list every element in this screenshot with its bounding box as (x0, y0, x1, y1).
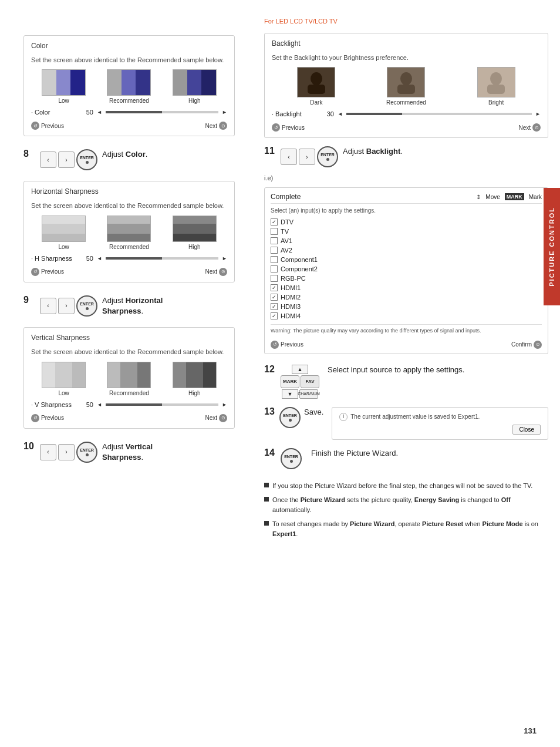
hsharp-rec-image: Recommended (107, 216, 151, 250)
color-previous-btn[interactable]: ↺ Previous (31, 122, 64, 130)
save-info-panel: i The current adjustment value is saved … (332, 407, 548, 440)
checkbox-hdmi2[interactable]: ✓ HDMI2 (271, 292, 542, 302)
page-number: 131 (524, 726, 537, 735)
complete-confirm-btn[interactable]: Confirm ⊙ (511, 341, 542, 349)
color-left-arrow: ◄ (97, 109, 102, 115)
color-high-image: High (173, 69, 217, 104)
checkbox-rgbpc-label: RGB-PC (281, 275, 306, 282)
hsharp-track-bar[interactable] (106, 257, 218, 260)
checkbox-component2-box (271, 265, 278, 272)
backlight-image-strip: Dark Recommended (272, 67, 541, 106)
backlight-rec-image: Recommended (386, 67, 426, 106)
hsharp-panel: Horizontal Sharpness Set the screen abov… (23, 181, 235, 282)
step-8-left-btn[interactable]: ‹ (40, 152, 56, 168)
step-11-right-btn[interactable]: › (299, 149, 315, 165)
step-12-row: 12 ▲ MARK FAV ▼ CHAR/NUM Select input so… (264, 365, 548, 399)
hsharp-high-img-box (173, 216, 217, 242)
vsharp-previous-btn[interactable]: ↺ Previous (31, 414, 64, 422)
save-close-btn[interactable]: Close (512, 425, 541, 435)
checkbox-dtv-box: ✓ (271, 218, 278, 226)
backlight-bright-label: Bright (488, 99, 504, 106)
vsharp-previous-icon: ↺ (31, 414, 39, 422)
color-right-arrow: ► (222, 109, 227, 115)
backlight-dark-img-box (297, 67, 335, 97)
step-8-enter-btn[interactable]: ENTER (76, 149, 97, 170)
step-12-down-btn[interactable]: ▼ (282, 389, 298, 399)
checkbox-component1[interactable]: Component1 (271, 255, 542, 264)
vsharp-next-btn[interactable]: Next ⊙ (205, 414, 227, 422)
step-13-enter-btn[interactable]: ENTER (279, 407, 301, 428)
step-12-mark-btn[interactable]: MARK (281, 375, 299, 388)
step-12-fav-btn[interactable]: FAV (301, 375, 319, 388)
backlight-dark-label: Dark (310, 99, 322, 106)
step-11-text: Adjust Backlight. (343, 146, 403, 157)
notes-section: If you stop the Picture Wizard before th… (264, 481, 548, 544)
complete-nav-row: ↺ Previous Confirm ⊙ (271, 338, 542, 349)
step-8-enter-dot (86, 161, 89, 164)
checkbox-hdmi3[interactable]: ✓ HDMI3 (271, 302, 542, 311)
hsharp-slider-value: 50 (82, 255, 93, 262)
backlight-right-arrow: ► (535, 111, 541, 117)
step-14-enter-btn[interactable]: ENTER (281, 448, 302, 469)
checkbox-tv[interactable]: TV (271, 227, 542, 236)
color-low-image: Low (42, 69, 86, 104)
backlight-previous-btn[interactable]: ↺ Previous (272, 123, 305, 132)
checkbox-component1-label: Component1 (281, 256, 318, 263)
color-panel-title: Color (31, 42, 227, 52)
hsharp-next-label: Next (205, 268, 217, 275)
step-11-buttons: ‹ › ENTER (281, 146, 338, 167)
step-12-up-btn[interactable]: ▲ (292, 365, 308, 374)
step-10-text: Adjust VerticalSharpness. (102, 442, 153, 463)
step-10-right-btn[interactable]: › (58, 444, 75, 460)
step-9-right-btn[interactable]: › (58, 298, 75, 314)
color-next-btn[interactable]: Next ⊙ (205, 122, 227, 130)
info-icon: i (339, 413, 348, 421)
checkbox-tv-label: TV (281, 228, 289, 235)
step-11-left-btn[interactable]: ‹ (281, 149, 297, 165)
backlight-next-btn[interactable]: Next ⊙ (518, 123, 541, 132)
checkbox-hdmi2-label: HDMI2 (281, 294, 301, 301)
hsharp-high-image: High (173, 216, 217, 250)
step-9-left-btn[interactable]: ‹ (40, 298, 56, 314)
backlight-bright-img-box (477, 67, 515, 97)
step-10-left-btn[interactable]: ‹ (40, 444, 56, 460)
step-9-enter-btn[interactable]: ENTER (76, 295, 97, 317)
checkbox-av2[interactable]: AV2 (271, 245, 542, 255)
color-track-bar[interactable] (106, 111, 218, 113)
color-rec-label: Recommended (109, 97, 149, 104)
checkbox-component2[interactable]: Component2 (271, 264, 542, 274)
checkbox-dtv[interactable]: ✓ DTV (271, 217, 542, 227)
complete-confirm-label: Confirm (511, 341, 532, 348)
step-12-charnum-btn[interactable]: CHAR/NUM (299, 389, 318, 399)
backlight-dark-image: Dark (297, 67, 335, 106)
step-9-buttons: ‹ › ENTER (40, 295, 97, 317)
vsharp-low-img-box (42, 362, 86, 388)
hsharp-previous-btn[interactable]: ↺ Previous (31, 268, 64, 276)
led-label: For LED LCD TV/LCD TV (264, 18, 548, 25)
complete-previous-btn[interactable]: ↺ Previous (271, 341, 303, 349)
step-10-enter-btn[interactable]: ENTER (76, 442, 97, 463)
note-1-text: Once the Picture Wizard sets the picture… (272, 495, 548, 514)
backlight-slider-value: 30 (322, 110, 334, 117)
step-9-text: Adjust HorizontalSharpness. (102, 295, 163, 317)
backlight-panel-title: Backlight (272, 39, 541, 50)
checkbox-hdmi1[interactable]: ✓ HDMI1 (271, 283, 542, 292)
step-11-enter-btn[interactable]: ENTER (317, 146, 338, 167)
backlight-next-icon: ⊙ (532, 123, 541, 132)
vsharp-high-image: High (173, 362, 217, 396)
hsharp-next-btn[interactable]: Next ⊙ (205, 268, 227, 276)
step-8-right-btn[interactable]: › (58, 152, 75, 168)
color-image-strip: Low Recommended High (31, 69, 227, 104)
checkbox-tv-box (271, 228, 278, 235)
complete-mark-badge: MARK (505, 193, 524, 200)
checkbox-av1[interactable]: AV1 (271, 236, 542, 245)
checkbox-hdmi4[interactable]: ✓ HDMI4 (271, 311, 542, 321)
vsharp-slider-value: 50 (82, 401, 93, 408)
vsharp-track-bar[interactable] (106, 403, 218, 406)
note-2-bullet (264, 521, 269, 526)
checkbox-rgbpc[interactable]: RGB-PC (271, 274, 542, 283)
hsharp-rec-label: Recommended (109, 244, 149, 250)
hsharp-low-image: Low (42, 216, 86, 250)
svg-point-2 (400, 72, 412, 85)
backlight-track-bar[interactable] (346, 113, 532, 115)
